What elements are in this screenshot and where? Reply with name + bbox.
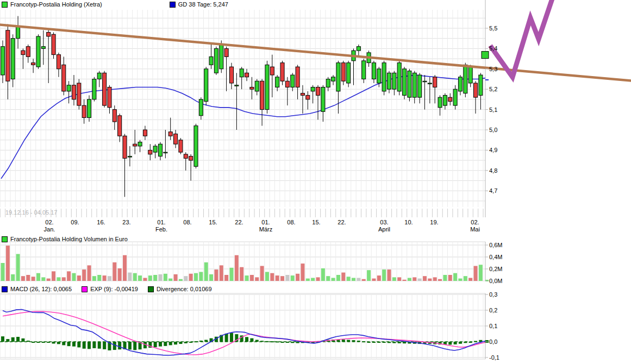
svg-text:0,1: 0,1 <box>489 323 497 329</box>
macd-series-legend-item: MACD (26, 12): 0,0065 <box>2 286 72 292</box>
svg-text:15.: 15. <box>312 219 320 225</box>
svg-text:03.: 03. <box>380 219 388 225</box>
svg-text:15.: 15. <box>209 219 217 225</box>
gd38-label: GD 38 Tage: 5,247 <box>178 1 228 8</box>
price-series-legend-item: Francotyp-Postalia Holding (Xetra) <box>2 1 102 8</box>
svg-text:0,4M: 0,4M <box>489 254 502 260</box>
svg-text:Feb.: Feb. <box>155 226 167 233</box>
macd-series-label: MACD (26, 12): 0,0065 <box>10 286 72 292</box>
volume-legend: Francotyp-Postalia Holding Volumen in Eu… <box>2 236 128 242</box>
svg-text:Jan.: Jan. <box>44 226 55 233</box>
gd38-swatch-icon <box>170 2 176 8</box>
macd-series-swatch-icon <box>2 286 8 292</box>
svg-text:19.: 19. <box>430 219 438 225</box>
exp-series-label: EXP (9): -0,00419 <box>90 286 138 292</box>
macd-legend: MACD (26, 12): 0,0065 EXP (9): -0,00419 … <box>2 286 212 292</box>
svg-text:08.: 08. <box>183 219 191 225</box>
volume-series-swatch-icon <box>2 236 8 242</box>
svg-text:23.: 23. <box>122 219 130 225</box>
svg-text:4,8: 4,8 <box>489 167 497 174</box>
volume-series-label: Francotyp-Postalia Holding Volumen in Eu… <box>10 236 128 242</box>
svg-text:08.: 08. <box>287 219 295 225</box>
svg-text:-0,1: -0,1 <box>489 354 499 361</box>
svg-text:5,2: 5,2 <box>489 86 497 92</box>
exp-series-swatch-icon <box>82 286 88 292</box>
svg-text:22.: 22. <box>338 219 346 225</box>
svg-text:April: April <box>378 226 390 233</box>
price-series-label: Francotyp-Postalia Holding (Xetra) <box>10 1 102 8</box>
svg-text:Mai: Mai <box>470 226 480 233</box>
stock-chart-page: { "legends": { "main": { "items": [ {"la… <box>0 0 631 364</box>
svg-text:5,3: 5,3 <box>489 66 497 72</box>
svg-text:22.: 22. <box>235 219 243 225</box>
volume-series-legend-item: Francotyp-Postalia Holding Volumen in Eu… <box>2 236 128 242</box>
svg-text:0,0: 0,0 <box>489 338 497 345</box>
main-chart-legend: Francotyp-Postalia Holding (Xetra) GD 38… <box>2 1 228 8</box>
svg-text:0,2: 0,2 <box>489 307 497 313</box>
chart-canvas: 5,55,45,35,25,15,04,94,84,70,6M0,4M0,2M0… <box>0 0 631 364</box>
svg-text:März: März <box>259 226 272 233</box>
svg-text:5,1: 5,1 <box>489 106 497 113</box>
divergence-series-swatch-icon <box>148 286 154 292</box>
svg-text:01.: 01. <box>261 219 270 225</box>
svg-text:0,3: 0,3 <box>489 291 497 298</box>
divergence-series-legend-item: Divergence: 0,01069 <box>148 286 212 292</box>
svg-text:16.: 16. <box>97 219 105 225</box>
svg-text:0,0M: 0,0M <box>489 278 502 284</box>
svg-text:19.12.16 - 04.05.17: 19.12.16 - 04.05.17 <box>5 209 57 216</box>
svg-text:10.: 10. <box>404 219 413 225</box>
price-series-swatch-icon <box>2 2 8 8</box>
svg-text:01.: 01. <box>157 219 165 225</box>
svg-text:4,9: 4,9 <box>489 147 497 153</box>
svg-text:0,2M: 0,2M <box>489 266 502 272</box>
svg-text:09.: 09. <box>71 219 79 225</box>
svg-text:4,7: 4,7 <box>489 187 497 194</box>
svg-text:02.: 02. <box>45 219 53 225</box>
gd38-legend-item: GD 38 Tage: 5,247 <box>170 1 228 8</box>
svg-text:02.: 02. <box>471 219 479 225</box>
svg-text:5,0: 5,0 <box>489 127 497 133</box>
svg-text:5,5: 5,5 <box>489 25 497 32</box>
exp-series-legend-item: EXP (9): -0,00419 <box>82 286 138 292</box>
divergence-series-label: Divergence: 0,01069 <box>157 286 212 292</box>
svg-text:5,4: 5,4 <box>489 45 497 52</box>
svg-text:0,6M: 0,6M <box>489 242 502 248</box>
